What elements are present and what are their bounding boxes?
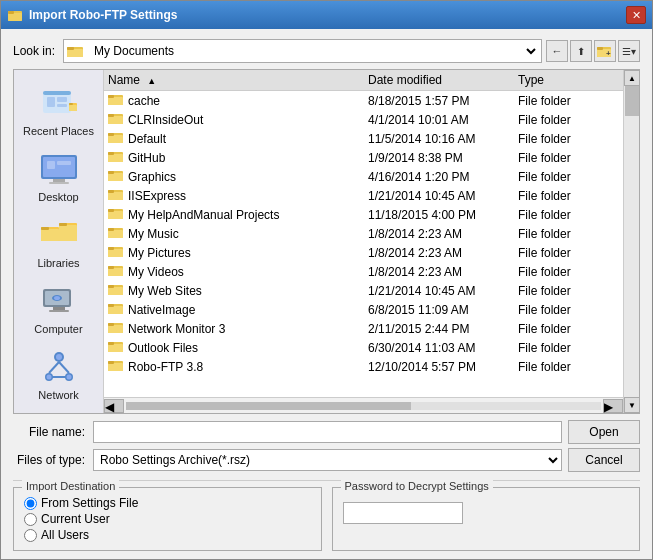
svg-rect-80 [108,304,114,307]
folder-icon [108,339,124,356]
file-list[interactable]: cache 8/18/2015 1:57 PM File folder CLRI… [104,91,623,397]
svg-rect-88 [108,363,123,371]
table-row[interactable]: My Web Sites 1/21/2014 10:45 AM File fol… [104,281,623,300]
svg-rect-89 [108,361,114,364]
sidebar-item-libraries[interactable]: Libraries [19,210,99,274]
col-header-type[interactable]: Type [514,72,623,88]
table-row[interactable]: GitHub 1/9/2014 8:38 PM File folder [104,148,623,167]
table-row[interactable]: IISExpress 1/21/2014 10:45 AM File folde… [104,186,623,205]
table-row[interactable]: NativeImage 6/8/2015 11:09 AM File folde… [104,300,623,319]
table-row[interactable]: My Music 1/8/2014 2:23 AM File folder [104,224,623,243]
table-row[interactable]: Robo-FTP 3.8 12/10/2014 5:57 PM File fol… [104,357,623,376]
radio-from-settings-label[interactable]: From Settings File [41,496,138,510]
svg-rect-56 [108,152,114,155]
svg-rect-76 [108,287,123,295]
title-bar-text: Import Robo-FTP Settings [29,8,626,22]
folder-icon [108,301,124,318]
scroll-left-btn[interactable]: ◀ [104,399,124,413]
file-name-cell: My Videos [104,263,364,280]
table-row[interactable]: CLRInsideOut 4/1/2014 10:01 AM File fold… [104,110,623,129]
sidebar-label-recent: Recent Places [23,125,94,137]
sidebar-item-recent-places[interactable]: Recent Places [19,78,99,142]
sidebar-item-desktop[interactable]: Desktop [19,144,99,208]
vertical-scrollbar[interactable]: ▲ ▼ [623,70,639,413]
svg-rect-26 [41,227,49,230]
sidebar-label-desktop: Desktop [38,191,78,203]
folder-icon [108,225,124,242]
svg-rect-85 [108,344,123,352]
table-row[interactable]: Default 11/5/2014 10:16 AM File folder [104,129,623,148]
file-type-cell: File folder [514,360,623,374]
scroll-thumb-v[interactable] [625,86,639,116]
table-row[interactable]: My Videos 1/8/2014 2:23 AM File folder [104,262,623,281]
open-button[interactable]: Open [568,420,640,444]
radio-current-user-label[interactable]: Current User [41,512,110,526]
file-name-input[interactable] [93,421,562,443]
radio-all-users-input[interactable] [24,529,37,542]
svg-rect-50 [108,114,114,117]
table-row[interactable]: Network Monitor 3 2/11/2015 2:44 PM File… [104,319,623,338]
svg-point-35 [54,296,60,300]
svg-rect-13 [57,97,67,102]
file-type-cell: File folder [514,227,623,241]
svg-rect-25 [41,229,59,241]
cancel-button[interactable]: Cancel [568,448,640,472]
sidebar-item-computer[interactable]: Computer [19,276,99,340]
radio-from-settings[interactable]: From Settings File [24,496,311,510]
folder-icon [108,187,124,204]
file-date-cell: 1/9/2014 8:38 PM [364,151,514,165]
main-area: Recent Places Desktop [13,69,640,414]
file-name-cell: NativeImage [104,301,364,318]
back-button[interactable]: ← [546,40,568,62]
file-type-cell: File folder [514,113,623,127]
col-header-name[interactable]: Name ▲ [104,72,364,88]
view-button[interactable]: ☰▾ [618,40,640,62]
scroll-right-btn[interactable]: ▶ [603,399,623,413]
look-in-dropdown[interactable]: My Documents [90,43,539,59]
folder-icon [108,92,124,109]
horizontal-scrollbar[interactable]: ◀ ▶ [104,397,623,413]
up-button[interactable]: ⬆ [570,40,592,62]
sidebar-item-network[interactable]: Network [19,342,99,406]
radio-all-users[interactable]: All Users [24,528,311,542]
files-of-type-select[interactable]: Robo Settings Archive(*.rsz) [93,449,562,471]
scroll-down-btn[interactable]: ▼ [624,397,640,413]
dialog-icon [7,7,23,23]
look-in-row: Look in: My Documents ← ⬆ [13,39,640,63]
table-row[interactable]: Graphics 4/16/2014 1:20 PM File folder [104,167,623,186]
table-row[interactable]: cache 8/18/2015 1:57 PM File folder [104,91,623,110]
table-row[interactable]: My HelpAndManual Projects 11/18/2015 4:0… [104,205,623,224]
file-name-cell: My Web Sites [104,282,364,299]
svg-point-42 [56,354,62,360]
col-header-date[interactable]: Date modified [364,72,514,88]
svg-rect-83 [108,323,114,326]
folder-icon [108,206,124,223]
file-type-cell: File folder [514,94,623,108]
file-date-cell: 4/16/2014 1:20 PM [364,170,514,184]
file-date-cell: 12/10/2014 5:57 PM [364,360,514,374]
password-input[interactable] [343,502,463,524]
svg-rect-58 [108,173,123,181]
svg-rect-22 [47,161,55,169]
file-date-cell: 6/30/2014 11:03 AM [364,341,514,355]
close-button[interactable]: ✕ [626,6,646,24]
scroll-thumb[interactable] [126,402,411,410]
svg-rect-52 [108,135,123,143]
sidebar-label-network: Network [38,389,78,401]
svg-rect-14 [57,104,67,107]
file-date-cell: 8/18/2015 1:57 PM [364,94,514,108]
table-row[interactable]: My Pictures 1/8/2014 2:23 AM File folder [104,243,623,262]
svg-rect-17 [69,103,73,105]
table-row[interactable]: Outlook Files 6/30/2014 11:03 AM File fo… [104,338,623,357]
file-type-cell: File folder [514,246,623,260]
look-in-select[interactable]: My Documents [63,39,542,63]
svg-rect-67 [108,230,123,238]
radio-current-user[interactable]: Current User [24,512,311,526]
file-type-cell: File folder [514,132,623,146]
radio-all-users-label[interactable]: All Users [41,528,89,542]
radio-current-user-input[interactable] [24,513,37,526]
new-folder-button[interactable]: + [594,40,616,62]
scroll-up-btn[interactable]: ▲ [624,70,640,86]
svg-rect-16 [69,105,77,111]
radio-from-settings-input[interactable] [24,497,37,510]
